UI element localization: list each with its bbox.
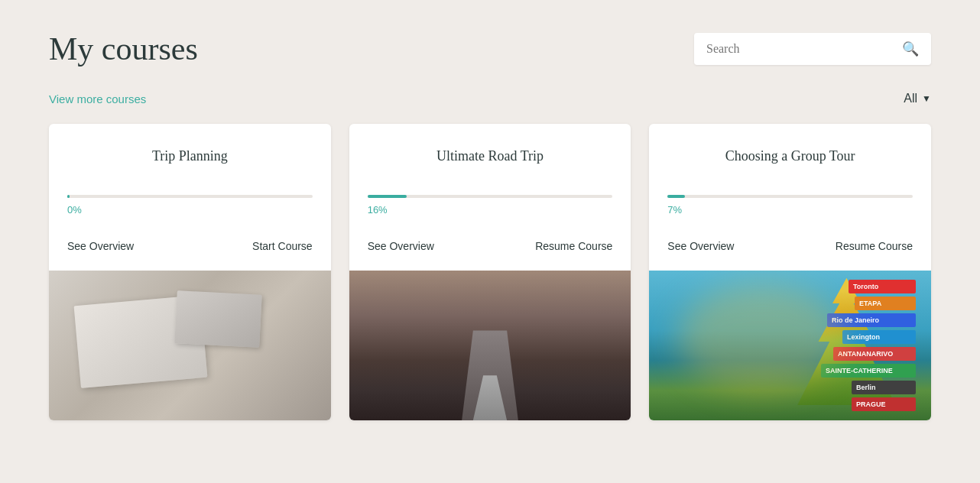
filter-label: All xyxy=(904,92,917,105)
page-title: My courses xyxy=(49,31,198,67)
progress-bar-container-choosing-group-tour xyxy=(667,195,913,198)
course-image-trip-planning xyxy=(49,271,331,420)
chevron-down-icon: ▼ xyxy=(922,93,931,104)
view-more-link[interactable]: View more courses xyxy=(49,92,146,105)
progress-bar-fill-choosing-group-tour xyxy=(667,195,684,198)
signs-container: TorontoETAPARio de JaneiroLexingtonANTAN… xyxy=(649,271,931,420)
course-card-trip-planning: Trip Planning 0% See Overview Start Cour… xyxy=(49,124,331,420)
start-resume-btn-ultimate-road-trip[interactable]: Resume Course xyxy=(535,237,612,255)
progress-label-choosing-group-tour: 7% xyxy=(667,204,913,216)
filter-dropdown[interactable]: All ▼ xyxy=(904,92,931,105)
course-card-choosing-group-tour: Choosing a Group Tour 7% See Overview Re… xyxy=(649,124,931,420)
see-overview-btn-trip-planning[interactable]: See Overview xyxy=(67,237,134,255)
course-info-trip-planning: Trip Planning 0% See Overview Start Cour… xyxy=(49,124,331,271)
course-actions-trip-planning: See Overview Start Course xyxy=(67,231,313,255)
course-info-choosing-group-tour: Choosing a Group Tour 7% See Overview Re… xyxy=(649,124,931,271)
page-header: My courses 🔍 xyxy=(49,31,931,67)
progress-bar-container-trip-planning xyxy=(67,195,313,198)
progress-bar-container-ultimate-road-trip xyxy=(368,195,613,198)
search-input[interactable] xyxy=(706,42,896,56)
see-overview-btn-ultimate-road-trip[interactable]: See Overview xyxy=(368,237,434,255)
course-image-ultimate-road-trip xyxy=(349,271,631,420)
see-overview-btn-choosing-group-tour[interactable]: See Overview xyxy=(667,237,734,255)
progress-label-ultimate-road-trip: 16% xyxy=(368,204,613,216)
progress-bar-fill-trip-planning xyxy=(67,195,70,198)
course-title-trip-planning: Trip Planning xyxy=(67,148,313,164)
search-bar[interactable]: 🔍 xyxy=(694,33,931,65)
course-image-choosing-group-tour: TorontoETAPARio de JaneiroLexingtonANTAN… xyxy=(649,271,931,420)
start-resume-btn-trip-planning[interactable]: Start Course xyxy=(252,237,313,255)
course-card-ultimate-road-trip: Ultimate Road Trip 16% See Overview Resu… xyxy=(349,124,631,420)
courses-grid: Trip Planning 0% See Overview Start Cour… xyxy=(49,124,931,420)
course-title-choosing-group-tour: Choosing a Group Tour xyxy=(667,148,913,164)
subheader: View more courses All ▼ xyxy=(49,92,931,105)
course-info-ultimate-road-trip: Ultimate Road Trip 16% See Overview Resu… xyxy=(349,124,631,271)
progress-label-trip-planning: 0% xyxy=(67,204,313,216)
search-icon: 🔍 xyxy=(902,41,919,57)
course-title-ultimate-road-trip: Ultimate Road Trip xyxy=(368,148,613,164)
start-resume-btn-choosing-group-tour[interactable]: Resume Course xyxy=(836,237,913,255)
progress-bar-fill-ultimate-road-trip xyxy=(368,195,407,198)
course-actions-choosing-group-tour: See Overview Resume Course xyxy=(667,231,913,255)
course-actions-ultimate-road-trip: See Overview Resume Course xyxy=(368,231,613,255)
